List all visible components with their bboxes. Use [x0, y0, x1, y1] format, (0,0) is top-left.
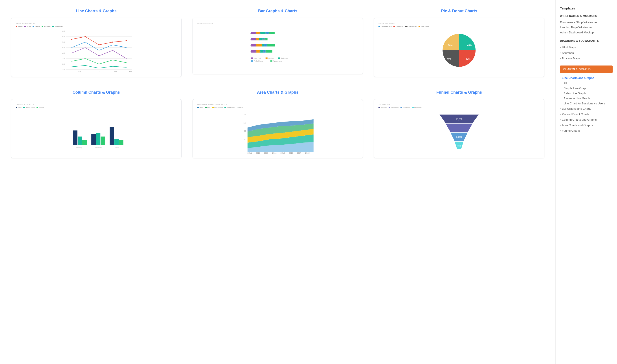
svg-text:11: 11: [258, 38, 260, 40]
area-legend: Hydro Wind Solar Thermal Solid Biomass O…: [197, 107, 358, 108]
sidebar-sub-sales-line[interactable]: Sales Line Graph: [560, 91, 613, 96]
svg-text:45: 45: [256, 44, 258, 46]
card-line-charts: Line Charts & Graphs SALES TREND ANALYSI…: [11, 9, 181, 77]
chart-thumbnail-pie[interactable]: MARKETING BUDGET Online Advertising Conv…: [374, 18, 544, 77]
bar-svg: 23 23 40 15 43 18: [197, 26, 358, 70]
sidebar-item-mind-maps[interactable]: › Mind Maps: [560, 45, 613, 50]
svg-text:March: March: [115, 147, 120, 149]
chevron-bar-graphs: ›: [560, 107, 561, 110]
column-chart-visual: January February March: [16, 110, 177, 154]
svg-text:Q4: Q4: [129, 71, 132, 72]
svg-text:40: 40: [244, 138, 246, 141]
svg-text:February: February: [95, 147, 102, 149]
page-container: Line Charts & Graphs SALES TREND ANALYSI…: [0, 0, 617, 364]
sidebar-label-pie-donut: Pie and Donut Charts: [562, 113, 589, 116]
svg-text:23: 23: [255, 32, 257, 34]
svg-text:13,000: 13,000: [456, 118, 463, 120]
svg-text:65: 65: [63, 30, 65, 32]
sidebar-header-diagrams: DIAGRAMS & FLOWCHARTS: [560, 39, 613, 42]
svg-rect-83: [91, 134, 96, 145]
svg-rect-73: [270, 60, 273, 62]
sidebar-item-pie-donut[interactable]: › Pie and Donut Charts: [560, 111, 613, 117]
chart-thumbnail-area[interactable]: RENEWABLE ENERGY CONSUMPTION Hydro Wind …: [192, 99, 363, 158]
svg-rect-86: [110, 127, 114, 145]
svg-text:7s: 7s: [261, 44, 263, 46]
funnel-svg: 13,000 5,000 800: [378, 110, 540, 154]
pie-legend: Online Advertising Conventions Print Adv…: [378, 26, 540, 27]
sidebar: Templates WIREFRAMES & MOCKUPS Ecommerce…: [555, 0, 617, 364]
sidebar-item-column-charts[interactable]: › Column Charts and Graphs: [560, 117, 613, 122]
svg-rect-80: [73, 130, 77, 145]
svg-text:2011: 2011: [247, 152, 252, 154]
svg-marker-111: [446, 124, 473, 132]
svg-text:800: 800: [457, 145, 461, 147]
sidebar-item-area-charts[interactable]: › Area Charts and Graphs: [560, 122, 613, 128]
svg-text:Q1: Q1: [78, 71, 81, 72]
svg-text:19: 19: [264, 38, 266, 40]
chart-grid-row-2: Column Charts & Graphs CHANNEL ACQUISITI…: [11, 90, 544, 158]
sidebar-label-mind-maps: Mind Maps: [562, 46, 576, 49]
card-title-pie: Pie & Donut Charts: [441, 9, 477, 13]
sidebar-label-funnel-charts: Funnel Charts: [562, 129, 580, 132]
svg-text:30: 30: [63, 69, 65, 71]
sidebar-label-column-charts: Column Charts and Graphs: [562, 118, 597, 121]
card-bar-charts: Bar Graphs & Charts QUARTERLY SALES 23: [192, 9, 363, 77]
svg-text:24%: 24%: [466, 58, 470, 60]
svg-rect-87: [114, 139, 119, 145]
chart-grid-row-1: Line Charts & Graphs SALES TREND ANALYSI…: [11, 9, 544, 77]
svg-rect-88: [119, 140, 123, 145]
sidebar-label-bar-graphs: Bar Graphs and Charts: [562, 107, 591, 110]
sidebar-link-admin[interactable]: Admin Dashboard Mockup: [560, 30, 613, 35]
sidebar-item-process-maps[interactable]: › Process Maps: [560, 56, 613, 61]
svg-text:Baltimore: Baltimore: [281, 57, 288, 59]
sidebar-sub-sessions-users[interactable]: Line Chart for Sessions vs Users: [560, 101, 613, 106]
svg-text:2017: 2017: [297, 152, 301, 154]
sidebar-link-landing[interactable]: Landing Page Wireframe: [560, 25, 613, 30]
svg-text:55: 55: [63, 41, 65, 43]
chart-thumbnail-bar[interactable]: QUARTERLY SALES 23 23 40 15: [192, 18, 363, 74]
svg-text:18: 18: [250, 38, 252, 40]
funnel-legend: Prospects Price Quotes Negotiations Clos…: [378, 107, 540, 108]
svg-text:Washington: Washington: [273, 60, 282, 62]
funnel-chart-label: SALES FUNNEL: [378, 104, 540, 105]
card-area-charts: Area Charts & Graphs RENEWABLE ENERGY CO…: [192, 90, 363, 158]
svg-rect-65: [251, 57, 253, 59]
card-funnel-charts: Funnel Charts & Graphs SALES FUNNEL Pros…: [374, 90, 544, 158]
area-chart-visual: 2M 1M 80 40: [197, 110, 358, 154]
svg-text:2014: 2014: [272, 152, 277, 154]
svg-rect-82: [82, 140, 87, 145]
svg-text:40: 40: [250, 51, 252, 52]
svg-text:2012: 2012: [256, 152, 260, 154]
card-pie-charts: Pie & Donut Charts MARKETING BUDGET Onli…: [374, 9, 544, 77]
svg-text:50: 50: [63, 47, 65, 49]
svg-text:29: 29: [259, 51, 261, 52]
sidebar-item-bar-graphs[interactable]: › Bar Graphs and Charts: [560, 106, 613, 111]
svg-point-22: [98, 44, 99, 46]
sidebar-sub-all[interactable]: All: [560, 81, 613, 86]
line-chart-label: SALES TREND ANALYSIS: [16, 22, 177, 24]
chart-thumbnail-line[interactable]: SALES TREND ANALYSIS Phones Tablets Lapt…: [11, 18, 181, 77]
chart-thumbnail-funnel[interactable]: SALES FUNNEL Prospects Price Quotes Nego…: [374, 99, 544, 158]
sidebar-label-sitemaps: Sitemaps: [562, 51, 574, 54]
chevron-mind-maps: ›: [560, 46, 561, 49]
svg-text:Q2: Q2: [98, 71, 100, 72]
pie-svg: 40% 24% 20% 16%: [378, 28, 540, 72]
card-title-funnel: Funnel Charts & Graphs: [436, 90, 482, 95]
svg-text:62: 62: [266, 44, 268, 46]
sidebar-link-ecommerce[interactable]: Ecommerce Shop Wireframe: [560, 20, 613, 25]
sidebar-sub-simple-line[interactable]: Simple Line Graph: [560, 86, 613, 91]
svg-rect-67: [265, 57, 267, 59]
chevron-line-charts: ›: [559, 78, 562, 78]
line-chart-visual: 65 60 55 50 45 40 35 30 Q1 Q2: [16, 28, 177, 72]
svg-text:2016: 2016: [289, 152, 293, 154]
chart-thumbnail-column[interactable]: CHANNEL ACQUISITION Direct Organic Searc…: [11, 99, 181, 158]
svg-text:54: 54: [265, 51, 267, 52]
sidebar-sub-revenue-line[interactable]: Revenue Line Graph: [560, 96, 613, 101]
sidebar-item-line-charts[interactable]: › Line Charts and Graphs: [560, 75, 613, 81]
card-title-bar: Bar Graphs & Charts: [258, 9, 297, 13]
svg-text:10: 10: [262, 51, 264, 52]
line-svg: 65 60 55 50 45 40 35 30 Q1 Q2: [16, 28, 177, 72]
sidebar-item-funnel-charts[interactable]: › Funnel Charts: [560, 128, 613, 133]
sidebar-item-sitemaps[interactable]: › Sitemaps: [560, 50, 613, 56]
card-title-area: Area Charts & Graphs: [257, 90, 298, 95]
